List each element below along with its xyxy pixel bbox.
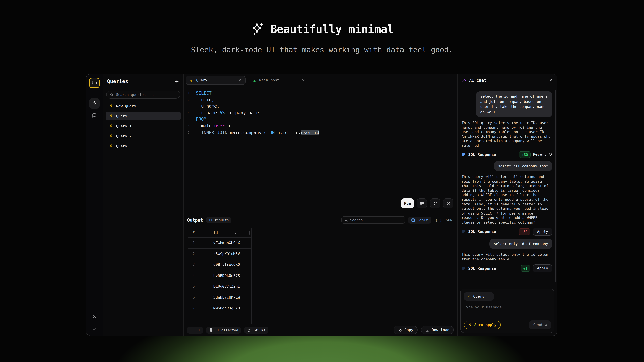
output-search[interactable] (341, 216, 405, 224)
apply-button[interactable]: Apply (533, 265, 552, 272)
query-item-label: Query 1 (116, 124, 132, 128)
sql-response-row: SQL Response+80Revert (462, 151, 552, 158)
sql-response-label: SQL Response (468, 152, 496, 157)
lightning-icon (190, 78, 194, 82)
logout-button[interactable] (92, 325, 97, 331)
sql-response-label: SQL Response (468, 266, 496, 271)
view-toggle-table[interactable]: Table (408, 216, 431, 223)
table-icon (252, 78, 256, 82)
queries-title: Queries (107, 78, 128, 84)
download-icon (425, 328, 429, 332)
queries-search[interactable] (106, 90, 180, 98)
close-chat-button[interactable] (549, 78, 553, 82)
lightning-icon (92, 100, 97, 106)
chat-user-message: select the id and name of users and join… (476, 91, 552, 117)
new-chat-button[interactable] (538, 78, 544, 83)
table-row[interactable]: 3c9BTvIrecCK0 (188, 259, 252, 270)
chat-input-box[interactable]: Query Type your message ... Auto-apply S… (460, 289, 554, 333)
query-list-item[interactable]: Query 2 (106, 132, 181, 140)
diff-badge: +80 (519, 151, 531, 158)
table-row[interactable]: 2z5WSpKQ1uM5V (188, 249, 252, 259)
query-list-item[interactable]: New Query (106, 102, 181, 110)
table-row[interactable]: 7NwS0dgRJgFYU (188, 303, 252, 314)
tab-label: main.post (259, 78, 279, 82)
queries-search-input[interactable] (116, 92, 177, 96)
chat-header: AI Chat (458, 74, 557, 86)
page-subtitle: Sleek, dark-mode UI that makes working w… (191, 45, 453, 54)
auto-apply-toggle[interactable]: Auto-apply (464, 321, 501, 329)
row-id-cell: vEwbmonXHC4X (208, 238, 251, 248)
format-button[interactable] (417, 198, 427, 209)
search-icon (110, 92, 114, 96)
query-list-item[interactable]: Query 1 (106, 122, 181, 130)
tab-main-post[interactable]: main.post (249, 76, 308, 85)
row-index-cell: 7 (188, 303, 208, 314)
table-header-row: # id (188, 228, 252, 238)
affected-badge: 11 affected (206, 327, 241, 333)
revert-button[interactable]: Revert (533, 152, 552, 157)
view-toggle-json[interactable]: { } JSON (434, 216, 454, 223)
context-selector[interactable]: Query (464, 292, 494, 301)
tab-label: Query (196, 78, 207, 82)
table-row[interactable]: 65duNE7cHM7LW (188, 292, 252, 303)
chat-ai-message: This query will select all columns and r… (462, 175, 552, 225)
close-tab-icon[interactable] (238, 78, 242, 82)
line-number: 1 (184, 90, 192, 96)
chat-scrollbar[interactable] (555, 90, 556, 282)
database-nav-button[interactable] (92, 113, 97, 119)
column-resize-handle[interactable] (249, 231, 250, 235)
account-button[interactable] (92, 314, 97, 320)
table-row[interactable]: 1vEwbmonXHC4X (188, 238, 252, 249)
code-line: 7 INNER JOIN main.company c ON u.id = c.… (184, 129, 457, 136)
row-count-label: 11 (196, 328, 200, 332)
row-id-cell: LvDBDQkQmE7S (208, 270, 251, 281)
apply-button[interactable]: Apply (533, 228, 552, 236)
gutter-divider (194, 86, 195, 214)
line-number: 6 (184, 123, 192, 129)
table-row[interactable]: 5bLUqGV7tZ2nI (188, 281, 252, 292)
add-query-button[interactable] (174, 79, 180, 84)
query-item-label: Query 3 (116, 144, 132, 148)
copy-button[interactable]: Copy (394, 326, 418, 334)
code-line: 2 u.id, (184, 96, 457, 103)
copy-label: Copy (404, 328, 413, 332)
postgres-connection-button[interactable] (89, 78, 100, 88)
query-list-item[interactable]: Query 3 (106, 142, 181, 150)
query-list-item[interactable]: Query (106, 112, 181, 120)
main-column: Query main.post 1SELECT2 (184, 74, 457, 336)
column-header-index[interactable]: # (188, 228, 208, 237)
app-window: Queries New QueryQueryQuery 1Query 2Quer… (86, 74, 558, 336)
sql-editor[interactable]: 1SELECT2 u.id,3 u.name,4 c.name AS compa… (184, 86, 457, 214)
magic-wand-button[interactable] (443, 198, 453, 209)
editor-actions: Run (401, 198, 453, 209)
affected-label: 11 affected (215, 328, 238, 332)
status-bar: 11 11 affected 145 ms (184, 324, 457, 336)
lightning-icon (109, 134, 113, 138)
sql-lines-icon (462, 229, 466, 234)
filter-icon[interactable] (234, 231, 238, 235)
queries-nav-button[interactable] (89, 98, 100, 109)
search-icon (344, 218, 348, 222)
table-row[interactable]: 4LvDBDQkQmE7S (188, 270, 252, 281)
code-line: 3 u.name, (184, 103, 457, 109)
editor-tabs: Query main.post (184, 74, 457, 86)
send-button[interactable]: Send ↵ (529, 321, 551, 330)
stopwatch-icon (247, 328, 251, 332)
tab-query[interactable]: Query (186, 76, 246, 85)
message-input-placeholder[interactable]: Type your message ... (464, 305, 551, 309)
run-button[interactable]: Run (401, 198, 414, 209)
ai-chat-panel: AI Chat select the id and name of users … (457, 74, 557, 336)
column-header-id[interactable]: id (208, 228, 251, 237)
revert-label: Revert (533, 152, 546, 157)
download-button[interactable]: Download (421, 326, 454, 334)
code-line: 5FROM (184, 116, 457, 123)
table-row-empty (188, 314, 252, 324)
close-tab-icon[interactable] (302, 78, 305, 82)
row-index-cell: 5 (188, 281, 208, 292)
save-button[interactable] (430, 198, 440, 209)
row-id-cell: NwS0dgRJgFYU (208, 303, 251, 314)
diff-badge: -86 (518, 228, 530, 235)
output-search-input[interactable] (350, 218, 402, 222)
query-item-label: Query (116, 114, 127, 118)
results-table-area: # id 1vEwbmonXHC4X2z5WSpKQ1uM5V3c9BTvIre… (184, 226, 457, 324)
